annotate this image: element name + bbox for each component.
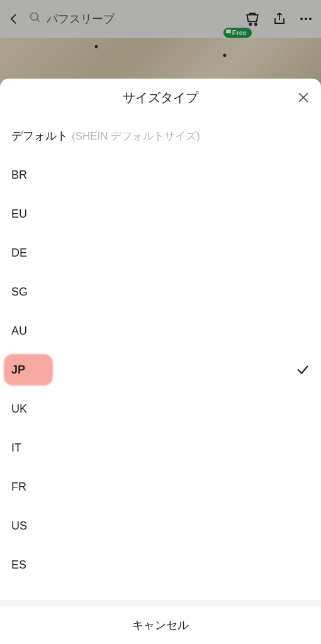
size-option-main: UK xyxy=(11,402,27,416)
footer-separator xyxy=(0,600,321,606)
cancel-label: キャンセル xyxy=(132,618,189,633)
sheet-header: サイズタイプ xyxy=(0,79,321,116)
size-option-main: AU xyxy=(11,325,27,338)
size-option-label: AU xyxy=(11,325,27,338)
size-option-sg[interactable]: SG xyxy=(0,272,321,311)
size-option-sub: (SHEIN デフォルトサイズ) xyxy=(72,129,200,143)
size-option-label: EU xyxy=(11,208,27,221)
size-option-label: DE xyxy=(11,247,27,260)
size-option-main: DE xyxy=(11,247,27,260)
size-option-list: デフォルト(SHEIN デフォルトサイズ)BREUDESGAUJPUKITFRU… xyxy=(0,116,321,600)
size-option-main: ES xyxy=(11,558,26,572)
close-icon xyxy=(296,91,310,104)
size-option-label: FR xyxy=(11,480,26,494)
size-option-label: SG xyxy=(11,286,28,299)
size-option-it[interactable]: IT xyxy=(0,428,321,467)
size-option-main: BR xyxy=(11,169,27,182)
check-icon xyxy=(296,363,310,377)
size-type-sheet: サイズタイプ デフォルト(SHEIN デフォルトサイズ)BREUDESGAUJP… xyxy=(0,79,321,644)
size-option-label: UK xyxy=(11,402,27,416)
size-option-main: FR xyxy=(11,480,26,494)
size-option-main: IT xyxy=(11,441,21,455)
size-option-デフォルト[interactable]: デフォルト(SHEIN デフォルトサイズ) xyxy=(0,116,321,155)
size-option-de[interactable]: DE xyxy=(0,233,321,272)
size-option-main: JP xyxy=(11,364,25,377)
size-option-label: デフォルト(SHEIN デフォルトサイズ) xyxy=(11,128,200,143)
size-option-label: IT xyxy=(11,441,21,455)
cancel-button[interactable]: キャンセル xyxy=(0,606,321,644)
close-button[interactable] xyxy=(293,87,313,108)
size-option-fr[interactable]: FR xyxy=(0,467,321,506)
size-option-uk[interactable]: UK xyxy=(0,389,321,428)
size-option-main: デフォルト xyxy=(11,128,68,143)
size-option-jp[interactable]: JP xyxy=(0,350,321,389)
size-option-label: ES xyxy=(11,558,26,572)
size-option-label: JP xyxy=(11,364,25,377)
size-option-label: US xyxy=(11,519,27,533)
size-option-main: US xyxy=(11,519,27,533)
size-option-label: BR xyxy=(11,169,27,182)
size-option-au[interactable]: AU xyxy=(0,311,321,350)
size-option-es[interactable]: ES xyxy=(0,545,321,584)
size-option-main: EU xyxy=(11,208,27,221)
sheet-title: サイズタイプ xyxy=(123,89,198,106)
size-option-us[interactable]: US xyxy=(0,506,321,545)
size-option-br[interactable]: BR xyxy=(0,155,321,194)
size-option-main: SG xyxy=(11,286,28,299)
size-option-eu[interactable]: EU xyxy=(0,194,321,233)
